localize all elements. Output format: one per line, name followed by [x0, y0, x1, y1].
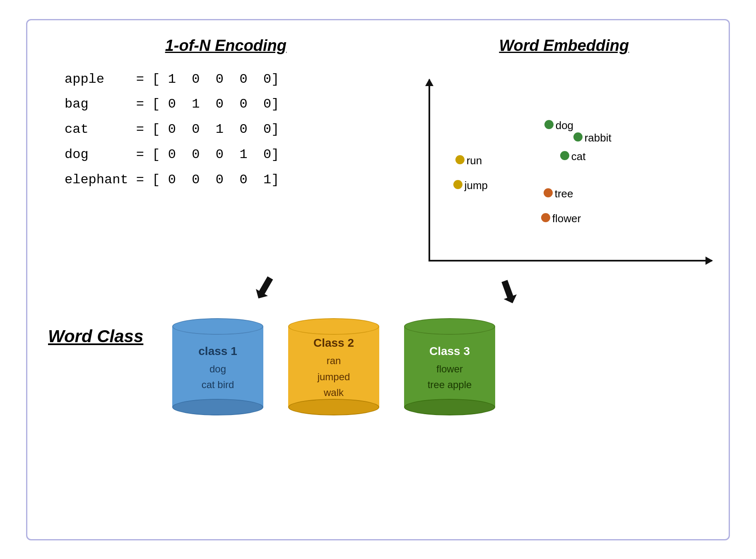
table-row: dog = [ 0 0 0 1 0]: [65, 142, 404, 168]
word-class-title: Word Class: [48, 326, 156, 346]
arrow-left-icon: ⬇: [239, 264, 286, 317]
cylinder-class3: Class 3 flower tree apple: [404, 318, 495, 415]
main-frame: 1-of-N Encoding apple = [ 1 0 0 0 0] bag…: [26, 19, 730, 540]
cyl-body-blue: class 1 dog cat bird: [172, 326, 263, 407]
dot-dog: [544, 120, 554, 129]
dot-rabbit: [573, 132, 583, 142]
table-row: cat = [ 0 0 1 0 0]: [65, 117, 404, 142]
encoding-title: 1-of-N Encoding: [48, 37, 404, 55]
label-run: run: [467, 154, 482, 167]
y-axis: [429, 79, 430, 262]
table-row: apple = [ 1 0 0 0 0]: [65, 67, 404, 92]
dot-flower: [541, 213, 550, 222]
embedding-section: Word Embedding run jump dog rabbit cat: [412, 33, 716, 264]
word-cat: cat = [ 0 0 1 0 0]: [65, 117, 279, 142]
cylinder-class2: Class 2 ran jumped walk: [288, 318, 379, 415]
x-axis: [429, 260, 712, 262]
cyl-label-class2: Class 2: [313, 336, 354, 350]
table-row: bag = [ 0 1 0 0 0]: [65, 92, 404, 117]
word-bag: bag = [ 0 1 0 0 0]: [65, 92, 279, 117]
cyl-label-class1: class 1: [198, 345, 237, 358]
cyl-top-blue: [172, 318, 263, 335]
label-cat: cat: [571, 150, 586, 163]
label-dog: dog: [556, 119, 573, 132]
cyl-words-class3: flower tree apple: [428, 361, 472, 393]
top-section: 1-of-N Encoding apple = [ 1 0 0 0 0] bag…: [40, 33, 716, 264]
bottom-section: Word Class class 1 dog cat bird Class 2 …: [40, 318, 716, 420]
table-row: elephant = [ 0 0 0 0 1]: [65, 168, 404, 193]
dot-run: [455, 155, 465, 164]
dot-tree: [544, 188, 553, 197]
label-tree: tree: [555, 187, 573, 200]
chart-area: run jump dog rabbit cat tree flower: [416, 79, 712, 270]
cylinder-class1: class 1 dog cat bird: [172, 318, 263, 415]
word-dog: dog = [ 0 0 0 1 0]: [65, 142, 279, 168]
arrow-section: ⬇ ⬇: [40, 264, 716, 318]
arrow-right-icon: ⬇: [489, 269, 531, 321]
cyl-body-yellow: Class 2 ran jumped walk: [288, 326, 379, 407]
label-rabbit: rabbit: [585, 132, 612, 144]
word-class-section: Word Class: [48, 318, 156, 346]
cyl-body-green: Class 3 flower tree apple: [404, 326, 495, 407]
dot-jump: [453, 180, 462, 189]
label-jump: jump: [465, 179, 488, 192]
dot-cat: [560, 151, 569, 160]
encoding-table: apple = [ 1 0 0 0 0] bag = [ 0 1 0 0 0] …: [48, 67, 404, 193]
cyl-words-class1: dog cat bird: [202, 361, 234, 393]
word-apple: apple = [ 1 0 0 0 0]: [65, 67, 279, 92]
cyl-bottom-yellow: [288, 399, 379, 415]
cylinders-area: class 1 dog cat bird Class 2 ran jumped …: [172, 318, 495, 420]
word-elephant: elephant = [ 0 0 0 0 1]: [65, 168, 279, 193]
embedding-title: Word Embedding: [416, 37, 712, 55]
cyl-label-class3: Class 3: [429, 345, 470, 358]
cyl-top-green: [404, 318, 495, 335]
cyl-top-yellow: [288, 318, 379, 335]
cyl-bottom-blue: [172, 399, 263, 415]
encoding-section: 1-of-N Encoding apple = [ 1 0 0 0 0] bag…: [40, 33, 412, 264]
cyl-words-class2: ran jumped walk: [318, 353, 350, 401]
cyl-bottom-green: [404, 399, 495, 415]
label-flower: flower: [552, 212, 581, 225]
